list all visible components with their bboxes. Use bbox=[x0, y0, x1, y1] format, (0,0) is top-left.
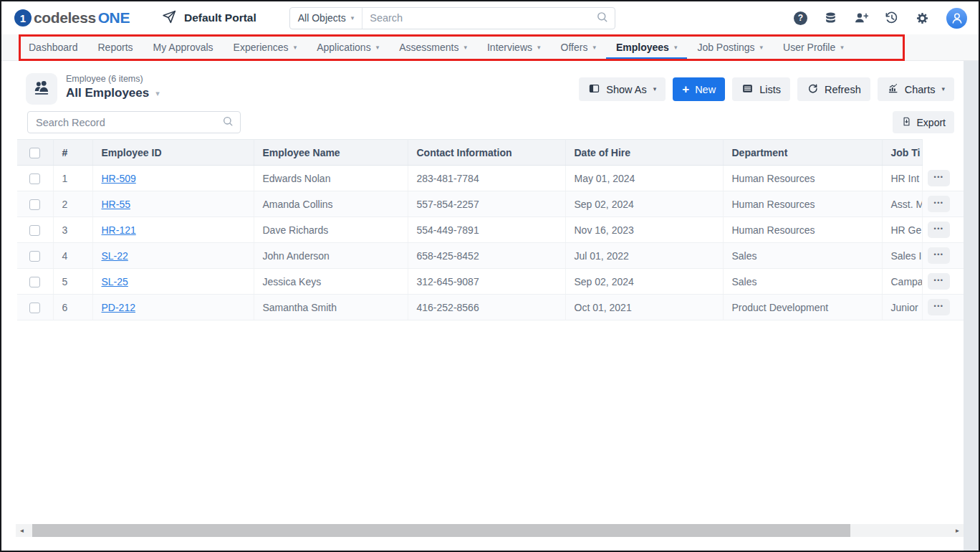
search-scope-label: All Objects bbox=[298, 12, 346, 24]
portal-selector[interactable]: Default Portal bbox=[161, 9, 256, 27]
row-checkbox[interactable] bbox=[29, 173, 40, 184]
charts-button[interactable]: Charts ▾ bbox=[878, 77, 954, 101]
employee-id-link[interactable]: SL-25 bbox=[102, 276, 128, 287]
row-number-cell: 3 bbox=[53, 217, 92, 243]
column-header: Employee Name bbox=[254, 140, 408, 166]
vertical-scrollbar-track[interactable] bbox=[964, 61, 979, 551]
column-header: Contact Information bbox=[408, 140, 565, 166]
department-cell: Sales bbox=[723, 243, 882, 269]
view-titles: Employee (6 items) All Employees ▾ bbox=[66, 74, 160, 100]
nav-tab-label: Assessments bbox=[399, 42, 458, 53]
history-icon[interactable] bbox=[885, 11, 899, 25]
scroll-left-arrow[interactable]: ◄ bbox=[16, 524, 28, 537]
row-checkbox[interactable] bbox=[29, 277, 40, 287]
avatar[interactable] bbox=[946, 8, 967, 29]
employee-id-link[interactable]: SL-22 bbox=[102, 250, 128, 262]
table-row: 4SL-22John Anderson658-425-8452Jul 01, 2… bbox=[17, 243, 964, 269]
global-search-input[interactable] bbox=[362, 12, 596, 24]
row-checkbox[interactable] bbox=[29, 303, 40, 313]
column-header: Job Ti bbox=[882, 140, 922, 166]
select-all-checkbox[interactable] bbox=[29, 148, 40, 158]
show-as-button[interactable]: Show As ▾ bbox=[579, 77, 666, 101]
lists-button[interactable]: Lists bbox=[732, 77, 790, 101]
scroll-right-arrow[interactable]: ► bbox=[951, 524, 964, 537]
global-search: All Objects ▾ bbox=[289, 7, 615, 29]
horizontal-scrollbar[interactable]: ◄ ► bbox=[16, 524, 964, 537]
table-row: 3HR-121Dave Richards554-449-7891Nov 16, … bbox=[17, 217, 964, 243]
row-actions-button[interactable]: ••• bbox=[928, 170, 950, 186]
nav-tab-applications[interactable]: Applications▾ bbox=[317, 34, 379, 60]
help-icon[interactable]: ? bbox=[794, 11, 807, 25]
chevron-down-icon: ▾ bbox=[592, 44, 596, 51]
nav-tabs: DashboardReportsMy ApprovalsExperiences▾… bbox=[1, 34, 979, 60]
row-number-cell: 2 bbox=[53, 191, 92, 217]
gear-icon[interactable] bbox=[916, 11, 929, 25]
row-select-cell bbox=[17, 269, 53, 295]
row-actions-button[interactable]: ••• bbox=[928, 299, 950, 315]
record-search-input[interactable] bbox=[28, 117, 222, 128]
nav-tab-job-postings[interactable]: Job Postings▾ bbox=[697, 34, 763, 60]
row-actions-cell: ••• bbox=[922, 217, 964, 243]
nav-tab-label: Dashboard bbox=[29, 42, 78, 53]
horizontal-scrollbar-thumb[interactable] bbox=[32, 524, 850, 537]
export-button[interactable]: Export bbox=[893, 111, 954, 133]
chevron-down-icon: ▾ bbox=[760, 44, 764, 51]
employee-id-link[interactable]: PD-212 bbox=[102, 302, 135, 313]
record-search bbox=[27, 111, 241, 133]
column-header: # bbox=[53, 140, 92, 166]
nav-tab-user-profile[interactable]: User Profile▾ bbox=[783, 34, 844, 60]
app-logo[interactable]: 1 codeless ONE bbox=[14, 9, 130, 27]
column-header: Department bbox=[723, 140, 882, 166]
hire-date-cell: Sep 02, 2024 bbox=[565, 191, 723, 217]
nav-tab-dashboard[interactable]: Dashboard bbox=[29, 34, 78, 60]
row-checkbox[interactable] bbox=[29, 251, 40, 262]
nav-tab-my-approvals[interactable]: My Approvals bbox=[153, 34, 213, 60]
nav-tab-experiences[interactable]: Experiences▾ bbox=[234, 34, 297, 60]
hire-date-cell: Oct 01, 2021 bbox=[565, 295, 723, 320]
refresh-button[interactable]: Refresh bbox=[797, 77, 870, 101]
row-actions-button[interactable]: ••• bbox=[928, 222, 950, 238]
employee-table-wrap: #Employee IDEmployee NameContact Informa… bbox=[17, 139, 964, 320]
nav-tab-assessments[interactable]: Assessments▾ bbox=[399, 34, 467, 60]
job-title-cell: Junior bbox=[882, 295, 922, 320]
nav-tab-interviews[interactable]: Interviews▾ bbox=[487, 34, 541, 60]
view-selector[interactable]: All Employees ▾ bbox=[66, 86, 160, 100]
employee-id-cell: HR-509 bbox=[92, 166, 254, 191]
add-user-icon[interactable] bbox=[854, 11, 868, 25]
horizontal-scrollbar-track[interactable] bbox=[28, 524, 951, 537]
row-checkbox[interactable] bbox=[29, 199, 40, 210]
employees-group-icon bbox=[32, 78, 51, 100]
nav-tab-offers[interactable]: Offers▾ bbox=[561, 34, 596, 60]
employee-id-link[interactable]: HR-509 bbox=[102, 173, 136, 184]
row-actions-button[interactable]: ••• bbox=[928, 247, 950, 264]
row-checkbox[interactable] bbox=[29, 225, 40, 236]
search-scope-dropdown[interactable]: All Objects ▾ bbox=[290, 8, 362, 29]
row-actions-button[interactable]: ••• bbox=[928, 273, 950, 290]
nav-tab-label: Experiences bbox=[234, 42, 289, 53]
nav-tab-employees[interactable]: Employees▾ bbox=[616, 34, 677, 60]
refresh-label: Refresh bbox=[825, 84, 861, 95]
employee-id-cell: HR-55 bbox=[92, 191, 254, 217]
nav-tab-label: User Profile bbox=[783, 42, 835, 53]
employee-id-cell: HR-121 bbox=[92, 217, 254, 243]
charts-label: Charts bbox=[905, 84, 936, 95]
nav-tab-reports[interactable]: Reports bbox=[98, 34, 133, 60]
database-icon[interactable] bbox=[824, 11, 837, 25]
row-number-cell: 6 bbox=[53, 295, 92, 320]
search-icon[interactable] bbox=[596, 11, 608, 26]
nav-tab-label: Employees bbox=[616, 42, 669, 53]
plus-icon: + bbox=[682, 83, 689, 95]
nav-tab-label: Reports bbox=[98, 42, 133, 53]
row-actions-button[interactable]: ••• bbox=[928, 196, 950, 212]
chevron-down-icon: ▾ bbox=[674, 44, 678, 51]
employee-id-link[interactable]: HR-121 bbox=[102, 224, 136, 236]
new-button[interactable]: + New bbox=[673, 77, 725, 101]
app-window: 1 codeless ONE Default Portal All Object… bbox=[0, 0, 980, 552]
employee-name-cell: Jessica Keys bbox=[254, 269, 408, 295]
column-header: Employee ID bbox=[92, 140, 254, 166]
nav-tab-label: My Approvals bbox=[153, 42, 213, 53]
employee-id-cell: PD-212 bbox=[92, 295, 254, 320]
search-icon[interactable] bbox=[222, 115, 234, 130]
chevron-down-icon: ▾ bbox=[351, 15, 355, 22]
employee-id-link[interactable]: HR-55 bbox=[102, 199, 130, 210]
